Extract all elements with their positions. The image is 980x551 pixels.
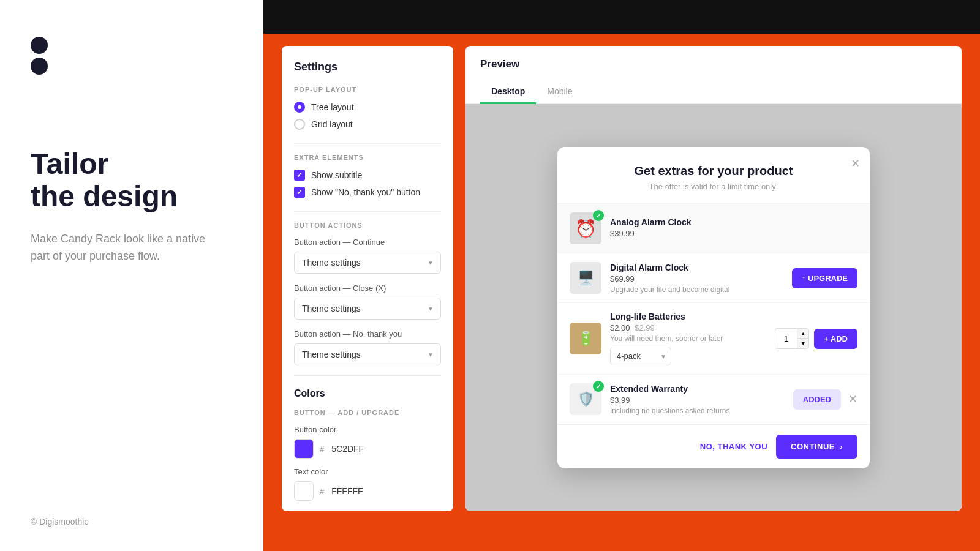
button-color-value: 5C2DFF	[331, 444, 364, 454]
radio-grid-circle	[294, 119, 305, 130]
modal-body: ⏰ ✓ Analog Alarm Clock $39.99 🖥️	[557, 204, 870, 424]
product-check-analog: ✓	[593, 210, 604, 221]
remove-warranty-button[interactable]: ✕	[848, 392, 858, 406]
modal: ✕ Get extras for your product The offer …	[557, 147, 870, 468]
quantity-wrapper: 1 ▲ ▼	[775, 328, 809, 349]
colors-section-label: BUTTON — ADD / UPGRADE	[294, 409, 441, 416]
radio-tree-label: Tree layout	[311, 102, 354, 112]
continue-button[interactable]: CONTINUE ›	[776, 435, 858, 459]
product-name-warranty: Extended Warranty	[610, 384, 785, 394]
product-img-wrap-4: 🛡️ ✓	[570, 383, 601, 415]
btn-action-close-wrapper: Theme settings ▼	[294, 298, 441, 320]
text-color-hash: #	[320, 487, 324, 496]
batteries-variant-select[interactable]: 4-pack	[610, 347, 671, 365]
add-button-batteries[interactable]: + ADD	[814, 329, 858, 349]
radio-tree-layout[interactable]: Tree layout	[294, 102, 441, 113]
product-item-warranty: 🛡️ ✓ Extended Warranty $3.99 Including n…	[557, 375, 870, 424]
product-desc-digital: Upgrade your life and become digital	[610, 285, 783, 294]
popup-layout-group: Tree layout Grid layout	[294, 102, 441, 130]
product-price-warranty: $3.99	[610, 395, 785, 405]
product-name-digital: Digital Alarm Clock	[610, 263, 783, 272]
added-button-warranty[interactable]: ADDED	[793, 389, 841, 410]
product-info-digital: Digital Alarm Clock $69.99 Upgrade your …	[610, 263, 783, 294]
footer-copyright: © Digismoothie	[31, 517, 89, 527]
btn-action-no-thanks-wrapper: Theme settings ▼	[294, 343, 441, 365]
text-color-label: Text color	[294, 467, 441, 476]
btn-action-continue-select[interactable]: Theme settings	[294, 252, 441, 274]
product-actions-warranty: ADDED ✕	[793, 389, 858, 410]
product-check-warranty: ✓	[593, 381, 604, 392]
product-desc-warranty: Including no questions asked returns	[610, 407, 785, 415]
text-color-row: # FFFFFF	[294, 481, 441, 501]
colors-title: Colors	[294, 388, 441, 399]
product-price-digital: $69.99	[610, 274, 783, 283]
product-img-wrap-3: 🔋	[570, 323, 601, 354]
quantity-display: 1	[775, 329, 797, 348]
checkbox-no-thanks-label: Show "No, thank you" button	[311, 187, 420, 197]
product-name-analog: Analog Alarm Clock	[610, 217, 858, 227]
top-bar	[263, 0, 980, 34]
btn-action-no-thanks-label: Button action — No, thank you	[294, 329, 441, 339]
btn-action-no-thanks-select[interactable]: Theme settings	[294, 343, 441, 365]
quantity-up-button[interactable]: ▲	[797, 329, 809, 339]
button-color-swatch[interactable]	[294, 439, 314, 459]
btn-action-close-label: Button action — Close (X)	[294, 283, 441, 293]
text-color-value: FFFFFF	[331, 486, 363, 496]
product-price-analog: $39.99	[610, 229, 858, 238]
product-img-wrap-2: 🖥️	[570, 262, 601, 294]
content-area: Settings POP-UP LAYOUT Tree layout Grid …	[263, 34, 980, 551]
upgrade-button-digital[interactable]: ↑ UPGRADE	[792, 268, 858, 288]
checkbox-no-thanks-box	[294, 187, 305, 198]
modal-footer: NO, THANK YOU CONTINUE ›	[557, 424, 870, 468]
logo	[31, 37, 233, 75]
product-sub-row-batteries: 4-pack ▼	[610, 347, 766, 365]
no-thanks-button[interactable]: NO, THANK YOU	[700, 442, 767, 451]
settings-panel: Settings POP-UP LAYOUT Tree layout Grid …	[282, 46, 453, 511]
checkbox-no-thanks[interactable]: Show "No, thank you" button	[294, 187, 441, 198]
quantity-down-button[interactable]: ▼	[797, 339, 809, 348]
tab-desktop[interactable]: Desktop	[480, 80, 536, 104]
product-original-price-batteries: $2.99	[635, 323, 655, 332]
radio-grid-layout[interactable]: Grid layout	[294, 119, 441, 130]
product-info-warranty: Extended Warranty $3.99 Including no que…	[610, 384, 785, 415]
modal-heading: Get extras for your product	[582, 164, 845, 178]
radio-grid-label: Grid layout	[311, 119, 353, 129]
product-item-digital-clock: 🖥️ Digital Alarm Clock $69.99 Upgrade yo…	[557, 253, 870, 303]
settings-title: Settings	[294, 61, 441, 73]
product-actions-digital: ↑ UPGRADE	[792, 268, 858, 288]
radio-tree-circle	[294, 102, 305, 113]
popup-layout-label: POP-UP LAYOUT	[294, 86, 441, 93]
product-info-batteries: Long-life Batteries $2.00 $2.99 You will…	[610, 312, 766, 365]
btn-action-close-select[interactable]: Theme settings	[294, 298, 441, 320]
preview-title: Preview	[480, 58, 947, 70]
product-desc-batteries: You will need them, sooner or later	[610, 334, 766, 343]
divider-1	[294, 143, 441, 144]
button-color-row: # 5C2DFF	[294, 439, 441, 459]
product-img-batteries: 🔋	[570, 323, 601, 354]
modal-header: ✕ Get extras for your product The offer …	[557, 147, 870, 204]
divider-2	[294, 211, 441, 212]
preview-tabs: Desktop Mobile	[480, 80, 947, 103]
preview-content: ✕ Get extras for your product The offer …	[466, 104, 962, 511]
extra-elements-group: Show subtitle Show "No, thank you" butto…	[294, 170, 441, 198]
product-img-digital: 🖥️	[570, 262, 601, 294]
modal-subheading: The offer is valid for a limit time only…	[582, 182, 845, 191]
tab-mobile[interactable]: Mobile	[536, 80, 583, 104]
left-content: Tailor the design Make Candy Rack look l…	[31, 148, 233, 514]
modal-close-button[interactable]: ✕	[851, 157, 860, 170]
button-color-hash: #	[320, 444, 324, 454]
logo-dot-bottom	[31, 58, 48, 75]
text-color-swatch[interactable]	[294, 481, 314, 501]
btn-action-continue-label: Button action — Continue	[294, 238, 441, 247]
button-color-label: Button color	[294, 425, 441, 434]
product-item-batteries: 🔋 Long-life Batteries $2.00 $2.99 You wi…	[557, 303, 870, 375]
product-name-batteries: Long-life Batteries	[610, 312, 766, 321]
product-price-batteries: $2.00 $2.99	[610, 323, 766, 332]
product-item-analog-clock: ⏰ ✓ Analog Alarm Clock $39.99	[557, 204, 870, 253]
extra-elements-label: EXTRA ELEMENTS	[294, 154, 441, 161]
left-panel: Tailor the design Make Candy Rack look l…	[0, 0, 263, 551]
colors-panel: Colors BUTTON — ADD / UPGRADE Button col…	[294, 375, 441, 501]
checkbox-subtitle[interactable]: Show subtitle	[294, 170, 441, 181]
btn-action-continue-wrapper: Theme settings ▼	[294, 252, 441, 274]
preview-panel: Preview Desktop Mobile ✕ Get extras for …	[466, 46, 962, 511]
